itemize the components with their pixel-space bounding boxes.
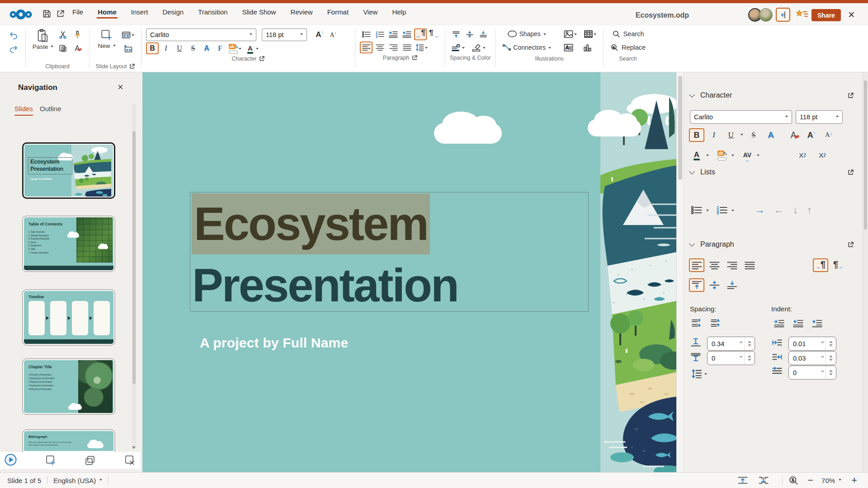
paragraph-color-caret-icon[interactable] <box>462 47 465 50</box>
character-spacing-icon[interactable]: AV↔ <box>740 148 755 162</box>
underline-caret-icon[interactable] <box>741 134 743 137</box>
bullet-list-icon[interactable] <box>360 28 373 40</box>
move-up-icon[interactable]: ↑ <box>807 204 812 216</box>
add-slide-icon[interactable] <box>45 455 57 466</box>
change-layout-icon[interactable] <box>120 42 136 54</box>
font-size-select[interactable]: 118 pt <box>262 28 307 41</box>
align-center-vertical-icon[interactable] <box>707 278 722 292</box>
italic-icon[interactable]: I <box>160 42 172 54</box>
grow-font-icon[interactable]: A↑ <box>804 128 819 142</box>
shadow-icon[interactable]: A <box>763 128 778 142</box>
character-section-header[interactable]: Character <box>690 91 854 99</box>
font-color-caret-icon[interactable] <box>706 155 709 158</box>
font-name-select[interactable]: Carlito <box>146 28 256 41</box>
close-icon[interactable]: × <box>848 8 855 21</box>
slide-title-line1-selected[interactable]: Ecosystem <box>192 193 430 254</box>
insert-textbox-icon[interactable]: A <box>562 42 575 53</box>
redo-icon[interactable] <box>7 43 20 55</box>
slide-thumbnail-1[interactable]: Ecosystem Presentation A project by Full… <box>22 142 115 199</box>
share-button[interactable]: Share <box>811 9 841 21</box>
bullet-list-icon[interactable] <box>689 203 704 217</box>
spacing-center-icon[interactable] <box>463 28 476 40</box>
numbered-list-icon[interactable]: 123 <box>373 28 386 40</box>
paste-caret-icon[interactable] <box>51 46 53 49</box>
strikethrough-icon[interactable]: S <box>187 42 199 54</box>
new-slide-caret-icon[interactable] <box>113 45 116 48</box>
cut-icon[interactable] <box>57 29 69 41</box>
paragraph-section-header[interactable]: Paragraph <box>690 240 854 249</box>
slide-thumbnail-5[interactable]: Bibliograph Here you could list down the… <box>22 429 115 452</box>
left-to-right-icon[interactable]: ¶→ <box>813 258 828 272</box>
line-spacing-icon[interactable] <box>414 42 429 53</box>
grow-font-icon[interactable]: A↑ <box>313 28 326 40</box>
connectors-button[interactable]: Connectors <box>501 42 552 53</box>
slide-title-line2[interactable]: Presentation <box>192 255 458 316</box>
open-window-icon[interactable] <box>56 9 65 18</box>
slide-subtitle[interactable]: A project by Full Name <box>200 335 348 351</box>
spinner-buttons[interactable] <box>826 337 836 350</box>
menu-help[interactable]: Help <box>391 5 407 19</box>
delete-slide-icon[interactable] <box>124 455 136 466</box>
tab-outline[interactable]: Outline <box>40 105 61 115</box>
strikethrough-icon[interactable]: S <box>746 128 761 142</box>
slide-thumbnail-2[interactable]: Table of Contents Topic Overview Detaile… <box>22 216 115 272</box>
search-button[interactable]: Search <box>609 28 647 40</box>
increase-indent-icon[interactable] <box>771 316 787 330</box>
paste-button[interactable]: Paste <box>30 27 56 50</box>
after-text-indent-input[interactable]: 0.03" <box>788 351 836 365</box>
menu-slide-show[interactable]: Slide Show <box>241 5 277 19</box>
character-spacing-caret-icon[interactable] <box>757 155 760 158</box>
align-left-icon[interactable] <box>689 258 704 272</box>
follow-editor-button[interactable] <box>776 8 790 22</box>
shrink-font-icon[interactable]: A↓ <box>821 128 836 142</box>
zoom-level[interactable]: 70% <box>821 477 835 484</box>
hanging-indent-icon[interactable] <box>809 316 825 330</box>
fill-color-icon[interactable] <box>471 42 487 53</box>
menu-format[interactable]: Format <box>326 5 350 19</box>
navigation-close-icon[interactable]: × <box>118 81 123 93</box>
shrink-font-icon[interactable]: A↓ <box>327 28 340 40</box>
slide-thumbnail-4[interactable]: Chapter Title First point of information… <box>22 358 115 415</box>
align-left-icon[interactable] <box>360 42 373 53</box>
insert-table-caret-icon[interactable] <box>594 33 596 37</box>
right-to-left-icon[interactable]: ¶← <box>830 258 846 272</box>
menu-home[interactable]: Home <box>97 5 118 19</box>
new-slide-button[interactable]: New <box>94 27 119 49</box>
undo-icon[interactable] <box>7 30 20 42</box>
sidebar-font-name-select[interactable]: Carlito <box>690 110 792 124</box>
bold-icon[interactable]: B <box>146 42 159 54</box>
clear-formatting-icon[interactable] <box>787 128 802 142</box>
layout-caret-icon[interactable] <box>132 34 134 38</box>
slide-thumbnail-3[interactable]: Timeline <box>22 289 115 346</box>
zoom-in-icon[interactable]: + <box>851 474 857 486</box>
menu-transition[interactable]: Transition <box>197 5 228 19</box>
superscript-icon[interactable]: X2 <box>795 148 810 162</box>
align-top-icon[interactable] <box>689 278 704 292</box>
menu-file[interactable]: File <box>71 5 84 19</box>
lists-dialog-icon[interactable] <box>848 169 854 175</box>
underline-icon[interactable]: U <box>173 42 186 54</box>
highlight-color-icon[interactable]: ab✎ <box>227 42 243 54</box>
zoom-caret-icon[interactable] <box>839 479 841 482</box>
slide-layout-dialog-icon[interactable] <box>129 64 135 69</box>
font-name-caret-icon[interactable] <box>250 33 252 37</box>
insert-table-icon[interactable] <box>583 28 598 40</box>
lists-section-header[interactable]: Lists <box>690 168 854 176</box>
font-color-icon[interactable]: A <box>246 42 260 54</box>
spinner-buttons[interactable] <box>826 366 836 379</box>
menu-design[interactable]: Design <box>161 5 184 19</box>
numbered-list-caret-icon[interactable] <box>731 210 734 213</box>
start-presentation-icon[interactable] <box>5 454 17 468</box>
menu-view[interactable]: View <box>362 5 378 19</box>
paragraph-dialog-icon[interactable] <box>412 55 417 61</box>
align-justify-icon[interactable] <box>401 42 413 53</box>
spinner-buttons[interactable] <box>744 337 755 350</box>
decrease-indent-icon[interactable] <box>790 316 806 330</box>
increase-indent-icon[interactable] <box>387 28 400 40</box>
canvas-scrollbar[interactable] <box>676 72 683 472</box>
font-color-caret-icon[interactable] <box>256 48 259 51</box>
spacing-above-icon[interactable] <box>450 28 462 40</box>
fit-width-icon[interactable] <box>758 476 769 485</box>
menu-review[interactable]: Review <box>289 5 313 19</box>
font-size-caret-icon[interactable] <box>836 116 839 119</box>
